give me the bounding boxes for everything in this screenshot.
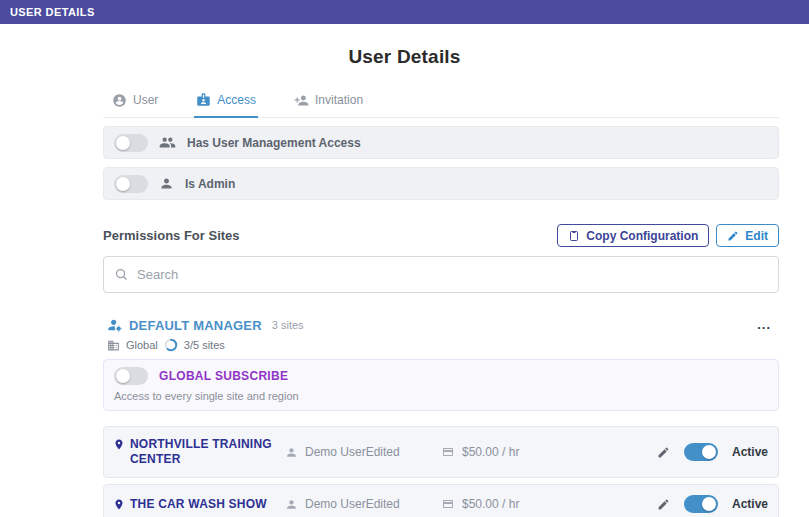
site-row: NORTHVILLE TRAINING CENTER Demo UserEdit… bbox=[103, 426, 779, 478]
person-icon bbox=[285, 446, 298, 459]
tab-user[interactable]: User bbox=[110, 86, 160, 117]
site-user-label: Demo UserEdited bbox=[305, 445, 400, 459]
site-user-label: Demo UserEdited bbox=[305, 497, 400, 511]
more-options-menu[interactable]: ... bbox=[757, 321, 771, 329]
site-rate-label: $50.00 / hr bbox=[462, 497, 519, 511]
tab-user-label: User bbox=[133, 93, 158, 107]
tab-invitation-label: Invitation bbox=[315, 93, 363, 107]
app-header-bar: USER DETAILS bbox=[0, 0, 809, 24]
progress-ring-icon bbox=[164, 338, 178, 352]
tab-access[interactable]: Access bbox=[194, 86, 258, 118]
global-subscribe-label: GLOBAL SUBSCRIBE bbox=[159, 369, 288, 383]
manager-global-row: Global 3/5 sites bbox=[103, 338, 779, 352]
pencil-icon bbox=[727, 230, 739, 242]
is-admin-toggle[interactable] bbox=[114, 175, 148, 193]
page-title: User Details bbox=[0, 46, 809, 68]
site-name[interactable]: NORTHVILLE TRAINING CENTER bbox=[130, 437, 285, 467]
edit-button-label: Edit bbox=[745, 229, 768, 243]
search-box bbox=[103, 256, 779, 293]
site-name[interactable]: THE CAR WASH SHOW bbox=[130, 497, 267, 512]
id-badge-icon bbox=[196, 92, 211, 107]
tab-invitation[interactable]: Invitation bbox=[292, 86, 365, 117]
user-circle-icon bbox=[112, 93, 127, 108]
search-icon bbox=[114, 267, 129, 282]
person-icon bbox=[159, 176, 174, 191]
building-icon bbox=[107, 339, 120, 352]
is-admin-row: Is Admin bbox=[103, 167, 779, 200]
site-active-toggle[interactable] bbox=[684, 495, 718, 513]
site-status-label: Active bbox=[732, 497, 768, 511]
site-rate-label: $50.00 / hr bbox=[462, 445, 519, 459]
user-management-access-row: Has User Management Access bbox=[103, 126, 779, 159]
progress-label: 3/5 sites bbox=[184, 339, 225, 351]
users-group-icon bbox=[159, 134, 176, 151]
user-management-access-label: Has User Management Access bbox=[187, 136, 361, 150]
site-status-label: Active bbox=[732, 445, 768, 459]
credit-card-icon bbox=[441, 498, 455, 510]
user-plus-icon bbox=[294, 93, 309, 108]
copy-configuration-button[interactable]: Copy Configuration bbox=[557, 224, 709, 247]
permissions-header: Permissions For Sites Copy Configuration… bbox=[103, 224, 779, 247]
site-active-toggle[interactable] bbox=[684, 443, 718, 461]
map-pin-icon bbox=[113, 498, 125, 511]
copy-configuration-label: Copy Configuration bbox=[586, 229, 698, 243]
global-scope-label: Global bbox=[126, 339, 158, 351]
credit-card-icon bbox=[441, 446, 455, 458]
global-subscribe-toggle[interactable] bbox=[114, 367, 148, 385]
manager-sites-count: 3 sites bbox=[272, 319, 304, 331]
edit-site-pencil-icon[interactable] bbox=[657, 446, 670, 459]
person-icon bbox=[285, 498, 298, 511]
tab-access-label: Access bbox=[217, 93, 256, 107]
manager-group-name[interactable]: DEFAULT MANAGER bbox=[129, 318, 262, 333]
app-header-title: USER DETAILS bbox=[10, 6, 95, 18]
is-admin-label: Is Admin bbox=[185, 177, 235, 191]
user-management-access-toggle[interactable] bbox=[114, 134, 148, 152]
tab-bar: User Access Invitation bbox=[103, 86, 779, 118]
edit-button[interactable]: Edit bbox=[716, 224, 779, 247]
manager-group-header: DEFAULT MANAGER 3 sites ... bbox=[103, 317, 779, 333]
manager-person-gear-icon bbox=[107, 317, 123, 333]
clipboard-icon bbox=[568, 229, 580, 242]
global-subscribe-panel: GLOBAL SUBSCRIBE Access to every single … bbox=[103, 359, 779, 411]
site-row: THE CAR WASH SHOW Demo UserEdited $50.00… bbox=[103, 484, 779, 517]
global-subscribe-description: Access to every single site and region bbox=[114, 390, 768, 402]
search-input[interactable] bbox=[137, 267, 768, 282]
permissions-heading: Permissions For Sites bbox=[103, 228, 240, 243]
map-pin-icon bbox=[113, 438, 125, 451]
edit-site-pencil-icon[interactable] bbox=[657, 498, 670, 511]
main-content: User Access Invitation Has User Manageme… bbox=[103, 86, 779, 517]
